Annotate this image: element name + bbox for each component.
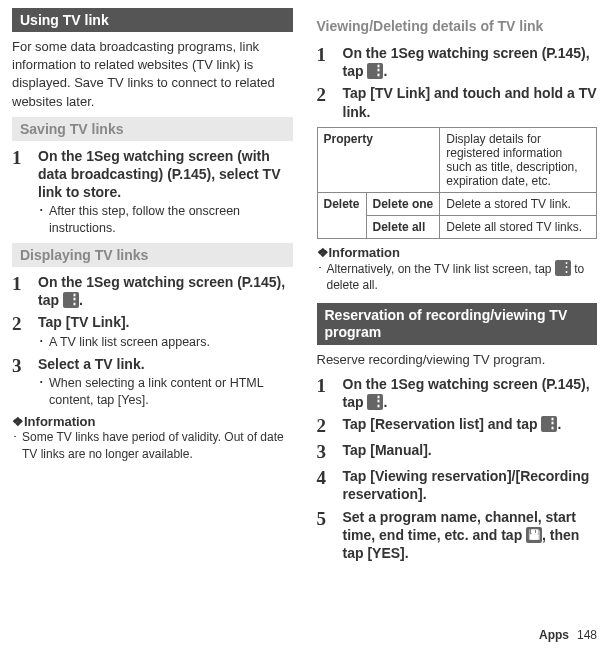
step-number: 2 [12, 313, 38, 350]
save-step-1: 1 On the 1Seg watching screen (with data… [12, 147, 293, 237]
heading-saving-tv-links: Saving TV links [12, 117, 293, 141]
step-bullet: After this step, follow the onscreen ins… [38, 203, 293, 237]
heading-displaying-tv-links: Displaying TV links [12, 243, 293, 267]
step-number: 1 [317, 44, 343, 80]
step-title: On the 1Seg watching screen (P.145), tap… [38, 273, 293, 309]
save-icon [526, 527, 542, 543]
table-delete-all-label: Delete all [366, 215, 440, 238]
intro-text: For some data broadcasting programs, lin… [12, 38, 293, 111]
step-title: Tap [TV Link] and touch and hold a TV li… [343, 84, 598, 120]
page-footer: Apps148 [539, 628, 597, 642]
res-step-3: 3 Tap [Manual]. [317, 441, 598, 463]
res-step-4: 4 Tap [Viewing reservation]/[Recording r… [317, 467, 598, 503]
step-number: 2 [317, 84, 343, 120]
display-step-1: 1 On the 1Seg watching screen (P.145), t… [12, 273, 293, 309]
information-bullet: Alternatively, on the TV link list scree… [317, 260, 598, 293]
step-title: Tap [Manual]. [343, 441, 598, 459]
display-step-3: 3 Select a TV link. When selecting a lin… [12, 355, 293, 409]
table-delete-one-desc: Delete a stored TV link. [440, 192, 597, 215]
step-number: 1 [12, 273, 38, 309]
res-step-2: 2 Tap [Reservation list] and tap . [317, 415, 598, 437]
step-bullet: A TV link list screen appears. [38, 334, 293, 351]
menu-icon [555, 260, 571, 276]
step-title: Tap [Reservation list] and tap . [343, 415, 598, 433]
res-step-1: 1 On the 1Seg watching screen (P.145), t… [317, 375, 598, 411]
step-number: 5 [317, 508, 343, 563]
step-title: On the 1Seg watching screen (P.145), tap… [343, 375, 598, 411]
table-delete-one-label: Delete one [366, 192, 440, 215]
menu-icon [541, 416, 557, 432]
step-title: Tap [TV Link]. [38, 313, 293, 331]
display-step-2: 2 Tap [TV Link]. A TV link list screen a… [12, 313, 293, 350]
information-heading: ❖Information [12, 414, 293, 429]
menu-icon [367, 394, 383, 410]
step-title: Select a TV link. [38, 355, 293, 373]
context-menu-table: Property Display details for registered … [317, 127, 598, 239]
view-step-2: 2 Tap [TV Link] and touch and hold a TV … [317, 84, 598, 120]
step-number: 2 [317, 415, 343, 437]
table-delete-all-desc: Delete all stored TV links. [440, 215, 597, 238]
table-delete-label: Delete [317, 192, 366, 238]
reservation-intro: Reserve recording/viewing TV program. [317, 351, 598, 369]
step-title: On the 1Seg watching screen (P.145), tap… [343, 44, 598, 80]
res-step-5: 5 Set a program name, channel, start tim… [317, 508, 598, 563]
step-title: On the 1Seg watching screen (with data b… [38, 147, 293, 202]
menu-icon [63, 292, 79, 308]
information-bullet: Some TV links have period of validity. O… [12, 429, 293, 461]
information-heading: ❖Information [317, 245, 598, 260]
step-number: 4 [317, 467, 343, 503]
view-step-1: 1 On the 1Seg watching screen (P.145), t… [317, 44, 598, 80]
table-property-label: Property [317, 127, 440, 192]
footer-section: Apps [539, 628, 569, 642]
step-number: 3 [12, 355, 38, 409]
step-title: Set a program name, channel, start time,… [343, 508, 598, 563]
step-bullet: When selecting a link content or HTML co… [38, 375, 293, 409]
step-number: 3 [317, 441, 343, 463]
menu-icon [367, 63, 383, 79]
step-title: Tap [Viewing reservation]/[Recording res… [343, 467, 598, 503]
page-number: 148 [577, 628, 597, 642]
heading-using-tv-link: Using TV link [12, 8, 293, 32]
heading-reservation: Reservation of recording/viewing TV prog… [317, 303, 598, 345]
table-property-desc: Display details for registered informati… [440, 127, 597, 192]
step-number: 1 [12, 147, 38, 237]
heading-view-delete: Viewing/Deleting details of TV link [317, 14, 598, 38]
step-number: 1 [317, 375, 343, 411]
